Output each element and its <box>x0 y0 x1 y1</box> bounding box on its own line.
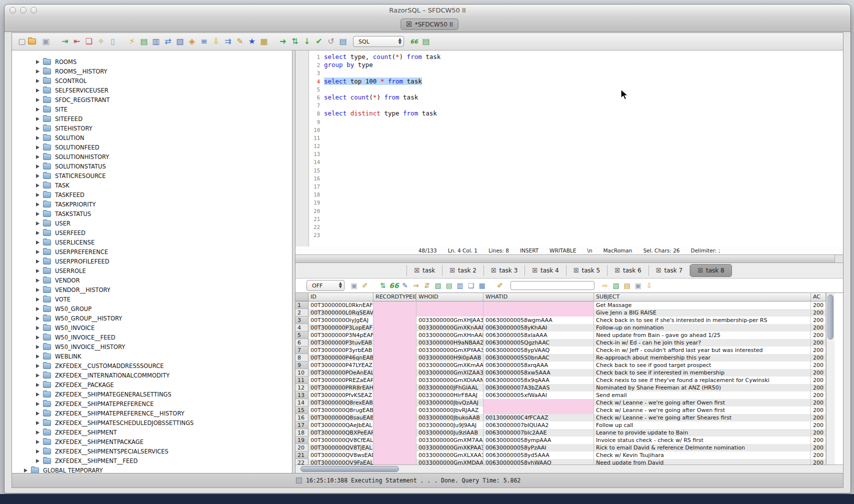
tab-close-icon[interactable]: ☒ <box>491 267 496 274</box>
tree-item-global-temporary[interactable]: GLOBAL TEMPORARY <box>12 466 292 473</box>
disclosure-triangle-icon[interactable] <box>36 60 40 64</box>
disclosure-triangle-icon[interactable] <box>36 354 40 358</box>
editor-line[interactable]: 4select top 100 * from task <box>309 78 843 86</box>
tab-close-icon[interactable]: ☒ <box>698 267 703 274</box>
result-tab-task[interactable]: ☒task <box>406 265 442 276</box>
grid-cell[interactable]: 0033000000GmXMDAA3 <box>416 459 484 464</box>
grid-cell[interactable]: Give Jenn a BIG RAISE <box>594 309 811 316</box>
table-row[interactable]: 1900T3000000QV8CfEAL0033000000GmXM7AAN00… <box>296 436 826 444</box>
editor-line[interactable]: 15 <box>309 166 843 174</box>
grid-cell[interactable]: 00T3000000P3tuvEAB <box>308 339 374 346</box>
grid-cell[interactable] <box>416 302 484 309</box>
disclosure-triangle-icon[interactable] <box>36 70 40 74</box>
generate-sql-icon[interactable]: ▧ <box>432 280 444 290</box>
edit-generate-icon[interactable]: ▤ <box>622 280 632 290</box>
grid-cell[interactable] <box>374 384 416 392</box>
disclosure-triangle-icon[interactable] <box>36 374 40 378</box>
sort-icon[interactable]: ⇩ <box>210 36 222 47</box>
grid-cell[interactable] <box>484 399 594 406</box>
disclosure-triangle-icon[interactable] <box>36 278 40 282</box>
column-header-id[interactable]: ID <box>308 293 374 301</box>
editor-line[interactable]: 13 <box>309 150 843 158</box>
editor-line[interactable]: 11 <box>309 134 843 142</box>
grid-cell[interactable]: 00T3000000P3N4pEAF <box>308 332 374 339</box>
tree-item-rooms-history[interactable]: ROOMS__HISTORY <box>12 66 292 76</box>
editor-line[interactable]: 6select count(*) from task <box>309 94 843 102</box>
editor-line[interactable]: 22 <box>309 223 843 231</box>
editor-line[interactable]: 10 <box>309 126 843 134</box>
disclosure-triangle-icon[interactable] <box>36 126 40 130</box>
tree-item-zkfedex-shipmentpackage[interactable]: ZKFEDEX__SHIPMENTPACKAGE <box>12 437 292 446</box>
grid-cell[interactable]: 006300000058yhWAAQ <box>484 459 594 464</box>
refresh-results-icon[interactable]: ⇅ <box>378 280 388 290</box>
disclosure-triangle-icon[interactable] <box>36 402 40 406</box>
disclosure-triangle-icon[interactable] <box>36 260 40 264</box>
tab-close-icon[interactable]: ☒ <box>532 267 538 274</box>
document-tab-close-icon[interactable]: ☒ <box>406 21 412 28</box>
grid-cell[interactable]: Get Massage <box>594 302 811 309</box>
tree-item-sitefeed[interactable]: SITEFEED <box>12 114 292 124</box>
grid-cell[interactable]: Need update from David <box>594 459 811 464</box>
grid-cell[interactable]: 0033000000GmXKPAA3 <box>416 444 484 452</box>
grid-cell[interactable]: 200 <box>811 436 826 444</box>
table-row[interactable]: 1800T3000000QBXPeEAP0033000000Ju9zlAAB00… <box>296 429 826 436</box>
grid-cell[interactable]: Leanne to provide update to Bain <box>594 429 811 436</box>
table-row[interactable]: 1400T3000000Q8rexEAB0033000000JbvQzAAJCh… <box>296 399 826 406</box>
grid-cell[interactable] <box>374 444 416 452</box>
create-table-icon[interactable]: ✧ <box>95 36 107 47</box>
grid-cell[interactable]: Check-in w/ Jeff - couldn't afford last … <box>594 346 811 354</box>
disclosure-triangle-icon[interactable] <box>36 430 40 434</box>
table-row[interactable]: 1100T3000000PREZaEAP0033000000GmXOiAAN00… <box>296 376 826 384</box>
rollback-icon[interactable]: ↺ <box>325 36 337 47</box>
result-tab-task-2[interactable]: ☒task 2 <box>442 265 484 276</box>
grid-cell[interactable]: 00T3000000QBXPeEAP <box>308 429 374 436</box>
grid-cell[interactable] <box>484 302 594 309</box>
grid-cell[interactable]: 00T3000000L0RknEAF <box>308 302 374 309</box>
disclosure-triangle-icon[interactable] <box>36 222 40 226</box>
grid-cell[interactable]: 0013000000C4fFCAAZ <box>484 414 594 422</box>
grid-cell[interactable]: 200 <box>811 346 826 354</box>
grid-cell[interactable]: 0033000000GmXOiAAN <box>416 376 484 384</box>
grid-cell[interactable]: 0033000000GmXLXAA3 <box>416 452 484 459</box>
find-next-icon[interactable]: ⇨ <box>600 280 610 290</box>
column-header-whoid[interactable]: WHOID <box>416 293 484 301</box>
grid-cell[interactable]: 006300000058yPzAAI <box>484 444 594 452</box>
grid-vertical-scrollbar[interactable] <box>826 293 834 464</box>
tree-item-taskpriority[interactable]: TASKPRIORITY <box>12 200 292 209</box>
table-row[interactable]: 1300T3000000PfvKSEAZ0033000000HirF8AAJ00… <box>296 392 826 399</box>
grid-cell[interactable] <box>416 309 484 316</box>
grid-cell[interactable] <box>374 459 416 464</box>
save-icon[interactable]: ▣ <box>40 36 52 47</box>
tab-close-icon[interactable]: ☒ <box>574 267 579 274</box>
grid-cell[interactable]: 006300000058wgmAAA <box>484 316 594 324</box>
result-tab-task-3[interactable]: ☒task 3 <box>484 265 525 276</box>
export-results-icon[interactable]: ▧ <box>610 280 622 290</box>
tree-item-vote[interactable]: VOTE <box>12 294 292 304</box>
tab-close-icon[interactable]: ☒ <box>656 267 662 274</box>
tree-item-site[interactable]: SITE <box>12 104 292 114</box>
tree-item-rooms[interactable]: ROOMS <box>12 57 292 66</box>
grid-hscroll-thumb[interactable] <box>300 466 399 472</box>
grid-cell[interactable] <box>374 376 416 384</box>
grid-cell[interactable]: 00630000005xfWaAAI <box>484 392 594 399</box>
editor-line[interactable]: 3 <box>309 69 843 77</box>
tree-item-staticresource[interactable]: STATICRESOURCE <box>12 171 292 180</box>
disclosure-triangle-icon[interactable] <box>36 345 40 349</box>
grid-cell[interactable]: 00T3000000Q8rugEAB <box>308 406 374 414</box>
editor-line[interactable]: 16 <box>309 174 843 182</box>
tree-item-sitehistory[interactable]: SITEHISTORY <box>12 124 292 133</box>
auto-describe-icon[interactable]: 66 <box>408 36 420 47</box>
grid-cell[interactable]: 0033000000GmXM7AAN <box>416 436 484 444</box>
grid-cell[interactable] <box>374 392 416 399</box>
title-bar[interactable]: RazorSQL – SFDCW50 II <box>4 4 850 16</box>
tree-item-w50-group-history[interactable]: W50_GROUP__HISTORY <box>12 314 292 323</box>
table-row[interactable]: 700T3000000P3yrbEAB0033000000GmXPYAA3006… <box>296 346 826 354</box>
editor-line[interactable]: 1select type, count(*) from task <box>309 53 843 61</box>
favorites-icon[interactable]: ★ <box>246 36 258 47</box>
table-row[interactable]: 600T3000000P3tuvEAB0033000000H9aNBAAZ006… <box>296 339 826 346</box>
tree-item-w50-invoice-feed[interactable]: W50_INVOICE__FEED <box>12 332 292 342</box>
execute-all-icon[interactable]: ⇅ <box>289 36 301 47</box>
describe-list-icon[interactable]: ≡ <box>198 36 210 47</box>
grid-cell[interactable]: 0033000000GmXKmAAN <box>416 362 484 369</box>
save-grid-icon[interactable]: ▣ <box>632 280 644 290</box>
